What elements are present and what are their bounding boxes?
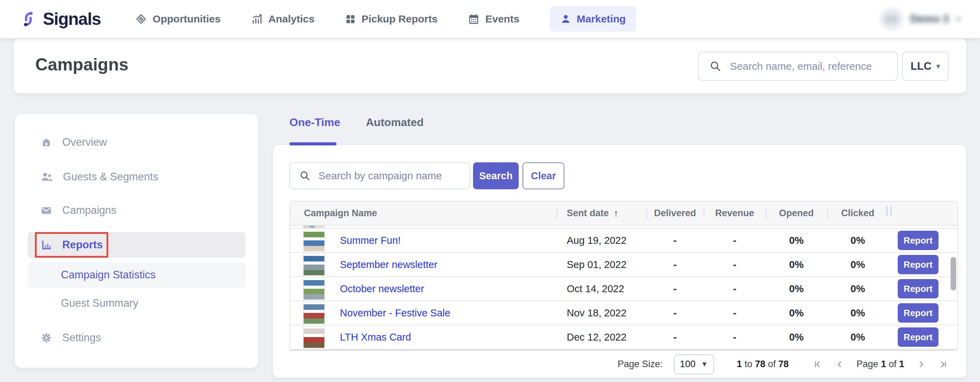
property-selector-button[interactable]: LLC ▾ (902, 52, 949, 81)
actions-cell: Report (888, 253, 958, 276)
last-page-icon[interactable] (938, 359, 948, 369)
sidebar-item-guests-segments[interactable]: Guests & Segments (28, 164, 245, 190)
column-header-campaign-name[interactable]: Campaign Name (290, 202, 557, 225)
table-row: September newsletter Sep 01, 2022 - - 0%… (290, 253, 958, 277)
sidebar-item-label: Overview (62, 136, 107, 149)
revenue-cell: - (704, 277, 765, 301)
column-header-sent-date[interactable]: Sent date ↑ (557, 202, 646, 225)
nav-item-analytics[interactable]: Analytics (251, 13, 314, 25)
sidebar-item-label: Reports (62, 239, 103, 251)
clicked-cell: 0% (827, 325, 888, 349)
column-header-clicked[interactable]: Clicked (827, 202, 888, 225)
nav-item-opportunities[interactable]: Opportunities (135, 13, 221, 25)
sent-date-cell: Sep 01, 2022 (557, 253, 646, 276)
bar-chart-icon (40, 239, 52, 251)
tab-one-time[interactable]: One-Time (290, 116, 340, 129)
opened-cell: 0% (765, 229, 827, 252)
page-size-select[interactable]: 100 ▼ (674, 354, 714, 374)
nav-item-marketing[interactable]: Marketing (550, 6, 636, 32)
search-icon (709, 60, 722, 73)
clicked-cell: 0% (827, 277, 888, 301)
report-button[interactable]: Report (898, 303, 939, 323)
campaign-name-link[interactable]: September newsletter (340, 259, 438, 270)
actions-cell: Report (888, 229, 958, 252)
sidebar-item-campaigns[interactable]: Campaigns (28, 198, 245, 223)
report-button[interactable]: Report (898, 327, 939, 347)
sidebar-item-campaign-statistics[interactable]: Campaign Statistics (28, 262, 245, 288)
range-of-word: of (768, 359, 776, 369)
scrollbar-thumb[interactable] (951, 257, 956, 290)
campaign-name-cell: Summer Fun! (290, 229, 557, 252)
brand-logo[interactable]: Signals (19, 9, 101, 29)
sidebar-item-reports[interactable]: Reports (28, 232, 245, 258)
clear-button[interactable]: Clear (522, 162, 564, 189)
next-page-icon[interactable] (916, 359, 926, 369)
column-resize-handle[interactable] (886, 206, 892, 217)
nav-item-label: Events (485, 13, 519, 25)
sidebar-item-label: Settings (62, 331, 101, 344)
page-word: Page (857, 359, 878, 369)
sidebar-item-settings[interactable]: Settings (28, 325, 245, 350)
global-search (698, 52, 898, 81)
sidebar-item-guest-summary[interactable]: Guest Summary (28, 290, 245, 316)
revenue-cell: - (704, 301, 765, 325)
campaign-name-cell: October newsletter (290, 277, 557, 301)
campaigns-table: Campaign Name Sent date ↑ Delivered Reve… (290, 201, 958, 350)
report-button[interactable]: Report (898, 231, 939, 250)
campaign-name-link[interactable]: November - Festive Sale (340, 308, 450, 319)
gear-icon (40, 331, 52, 344)
column-header-opened[interactable]: Opened (765, 202, 827, 225)
campaign-tabs: One-Time Automated (290, 116, 423, 129)
column-header-revenue[interactable]: Revenue (704, 202, 765, 225)
campaign-name-link[interactable]: Summer Fun! (340, 235, 401, 246)
report-button[interactable]: Report (898, 255, 939, 274)
page-of-word: of (889, 359, 897, 369)
first-page-icon[interactable] (812, 359, 822, 369)
campaign-name-link[interactable]: LTH Xmas Card (340, 331, 411, 343)
campaign-name-cell: September newsletter (290, 253, 557, 276)
campaigns-panel: Search Clear Campaign Name Sent date ↑ D… (273, 145, 966, 377)
signals-app: Signals Opportunities (0, 0, 980, 382)
global-search-input[interactable] (730, 60, 887, 72)
sent-date-cell: Aug 19, 2022 (557, 229, 646, 252)
column-header-delivered[interactable]: Delivered (646, 202, 704, 225)
campaign-name-link[interactable]: October newsletter (340, 283, 424, 295)
pagination-bar: Page Size: 100 ▼ 1 to 78 of 78 (290, 350, 958, 377)
nav-item-events[interactable]: Events (468, 13, 519, 25)
previous-page-icon[interactable] (834, 359, 845, 369)
campaign-search-input[interactable] (318, 170, 461, 182)
opened-cell: 0% (765, 325, 827, 349)
search-button[interactable]: Search (473, 162, 519, 189)
table-body: Summer Fun! Aug 19, 2022 - - 0% 0% Repor… (290, 225, 958, 350)
campaign-thumbnail (303, 278, 325, 300)
nav-item-label: Marketing (577, 13, 626, 25)
brand-name: Signals (43, 9, 101, 29)
table-row-partial (290, 225, 958, 229)
nav-item-pickup-reports[interactable]: Pickup Reports (345, 13, 438, 25)
clicked-cell: 0% (827, 253, 888, 276)
table-row: LTH Xmas Card Dec 12, 2022 - - 0% 0% Rep… (290, 325, 958, 350)
user-menu[interactable]: D3 Demo 3 ▾ (880, 0, 961, 38)
tab-automated[interactable]: Automated (366, 116, 423, 129)
envelope-icon (40, 204, 52, 217)
campaign-name-cell: November - Festive Sale (290, 301, 557, 325)
campaign-name-cell: LTH Xmas Card (290, 325, 557, 349)
sent-date-cell: Oct 14, 2022 (557, 277, 646, 301)
tag-icon (135, 13, 147, 25)
nav-item-label: Analytics (268, 13, 314, 25)
table-row: Summer Fun! Aug 19, 2022 - - 0% 0% Repor… (290, 229, 958, 253)
sidebar-item-overview[interactable]: Overview (28, 130, 245, 155)
sidebar-item-label: Campaign Statistics (61, 269, 156, 281)
page-size-value: 100 (680, 359, 695, 369)
clicked-cell: 0% (827, 229, 888, 252)
report-button[interactable]: Report (898, 279, 939, 298)
analytics-chart-icon (251, 13, 263, 25)
range-to-word: to (745, 359, 752, 369)
sidebar-item-label: Guest Summary (61, 297, 138, 309)
opened-cell: 0% (765, 253, 827, 276)
search-icon (299, 170, 311, 182)
sent-date-cell: Dec 12, 2022 (557, 325, 646, 349)
range-count: 78 (755, 359, 765, 369)
sidebar: Overview Guests & Segments Campaigns (15, 114, 258, 368)
calendar-icon (468, 13, 480, 25)
